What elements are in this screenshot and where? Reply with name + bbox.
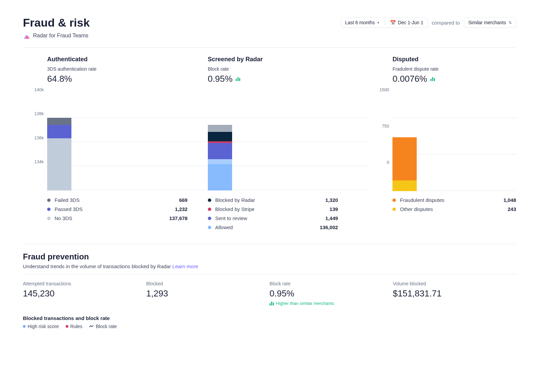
chevron-down-icon: ▾ — [377, 21, 379, 25]
legend-item: Fraudulent disputes1,048 — [392, 197, 516, 203]
blocked-chart-header: Blocked transactions and block rate High… — [23, 315, 516, 329]
panel-title: Disputed — [392, 56, 516, 63]
calendar-icon: 📅 — [390, 20, 396, 25]
panel-value: 0.0076% — [392, 74, 516, 84]
disputed-panel: Disputed Fradulent dispute rate 0.0076% … — [392, 56, 516, 230]
metric-label: Volume blocked — [393, 281, 516, 286]
header-controls: Last 6 months ▾ | 📅 Dec 1-Jun 1 compared… — [341, 17, 516, 28]
learn-more-link[interactable]: Learn more — [172, 263, 198, 269]
legend-item: Sent to review1,449 — [208, 215, 338, 221]
panel-title: Authenticated — [47, 56, 208, 63]
metric-label: Blocked — [146, 281, 270, 286]
header-divider — [23, 47, 516, 48]
legend-item: Allowed136,002 — [208, 224, 338, 230]
product-subtitle: Radar for Fraud Teams — [33, 33, 88, 39]
legend-item: High risk score — [23, 324, 59, 329]
prevention-metrics: Attempted transactions 145,230 Blocked 1… — [23, 281, 516, 306]
panel-value: 64.8% — [47, 74, 208, 84]
panel-subtitle: Block rate — [208, 66, 369, 72]
y-tick: 136k — [34, 135, 44, 140]
date-range-dropdown[interactable]: Last 6 months ▾ — [345, 20, 380, 25]
metric-attempted: Attempted transactions 145,230 — [23, 281, 146, 306]
metric-value: 145,230 — [23, 288, 146, 299]
charts-row: 140k 138k 136k 134k Authenticated 3DS au… — [23, 56, 516, 230]
benchmark-icon — [270, 301, 274, 306]
legend-item: Other disputes243 — [392, 206, 516, 212]
y-tick: 134k — [34, 159, 44, 164]
legend-item: No 3DS137,678 — [47, 215, 188, 221]
prevention-subtitle: Understand trends in the volume of trans… — [23, 263, 516, 269]
prevention-title: Fraud prevention — [23, 252, 516, 261]
screened-bar — [208, 125, 232, 190]
compared-to-label: compared to — [432, 20, 460, 26]
disputed-bar — [392, 137, 417, 191]
y-tick: 1500 — [379, 87, 389, 92]
date-range-picker[interactable]: 📅 Dec 1-Jun 1 — [390, 20, 423, 25]
legend-item: Blocked by Stripe139 — [208, 206, 338, 212]
y-tick: 140k — [34, 87, 44, 92]
subtitle-row: Radar for Fraud Teams — [23, 32, 90, 39]
legend-item: Rules — [66, 324, 83, 329]
y-tick: 138k — [34, 111, 44, 116]
blocked-chart-legend: High risk score Rules Block rate — [23, 324, 516, 329]
benchmark-icon — [431, 77, 435, 81]
legend-item: Failed 3DS669 — [47, 197, 188, 203]
comparison-value: Similar merchants — [468, 20, 506, 25]
legend-item: Blocked by Radar1,320 — [208, 197, 338, 203]
screened-panel: Screened by Radar Block rate 0.95% — [208, 56, 369, 230]
metric-value: $151,831.71 — [393, 288, 516, 299]
section-divider — [23, 244, 516, 244]
metric-block-rate: Block rate 0.95% Higher than similar mer… — [270, 281, 393, 306]
y-tick: 750 — [382, 123, 389, 129]
page-title: Fraud & risk — [23, 16, 90, 29]
date-range-text: Dec 1-Jun 1 — [398, 20, 423, 25]
panel-subtitle: Fradulent dispute rate — [392, 66, 516, 72]
metric-compare: Higher than similar merchants — [270, 301, 393, 306]
legend-item: Block rate — [89, 324, 117, 329]
radar-icon — [23, 32, 30, 39]
page-header: Fraud & risk Radar for Fraud Teams Last … — [23, 16, 516, 39]
metric-label: Block rate — [270, 281, 393, 286]
fraud-prevention-section: Fraud prevention Understand trends in th… — [23, 252, 516, 329]
line-icon — [89, 325, 94, 328]
screened-legend: Blocked by Radar1,320 Blocked by Stripe1… — [208, 197, 369, 230]
authenticated-legend: Failed 3DS669 Passed 3DS1,232 No 3DS137,… — [47, 197, 208, 221]
panel-subtitle: 3DS authentication rate — [47, 66, 208, 72]
date-filter-group: Last 6 months ▾ | 📅 Dec 1-Jun 1 — [341, 17, 428, 28]
disputed-legend: Fraudulent disputes1,048 Other disputes2… — [392, 197, 516, 212]
panel-title: Screened by Radar — [208, 56, 369, 63]
chevron-updown-icon: ⇅ — [509, 21, 512, 25]
authenticated-chart[interactable] — [47, 118, 208, 190]
screened-chart[interactable] — [208, 118, 369, 190]
left-y-axis: 140k 138k 136k 134k — [23, 90, 47, 162]
metric-value: 1,293 — [146, 288, 270, 299]
metric-label: Attempted transactions — [23, 281, 146, 286]
prevention-divider — [23, 274, 516, 274]
legend-item: Passed 3DS1,232 — [47, 206, 188, 212]
range-label: Last 6 months — [345, 20, 375, 25]
y-tick: 0 — [387, 160, 389, 165]
metric-blocked: Blocked 1,293 — [146, 281, 270, 306]
comparison-dropdown[interactable]: Similar merchants ⇅ — [464, 17, 516, 28]
panel-value: 0.95% — [208, 74, 369, 84]
right-y-axis: 1500 750 0 — [368, 90, 392, 162]
metric-volume-blocked: Volume blocked $151,831.71 — [393, 281, 516, 306]
metric-value: 0.95% — [270, 288, 393, 299]
title-block: Fraud & risk Radar for Fraud Teams — [23, 16, 90, 39]
authenticated-bar — [47, 118, 71, 190]
blocked-chart-title: Blocked transactions and block rate — [23, 315, 516, 321]
authenticated-panel: Authenticated 3DS authentication rate 64… — [47, 56, 208, 230]
disputed-chart[interactable] — [392, 118, 516, 190]
benchmark-icon — [236, 77, 240, 81]
